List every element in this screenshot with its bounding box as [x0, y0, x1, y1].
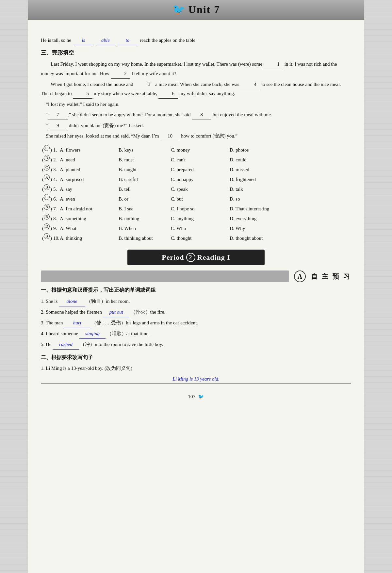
section2-heading: 二、根据要求改写句子	[41, 354, 351, 361]
period-banner: Period 2 Reading I	[127, 250, 265, 265]
choice-row-6: (C) 6. A. even B. or C. but D. so	[41, 194, 351, 204]
answer-circle-9: (D)	[41, 223, 53, 233]
choice-2a: A. need	[60, 155, 119, 165]
choice-1d: D. photos	[230, 145, 249, 155]
choice-1b: B. keys	[119, 145, 171, 155]
choice-3b: B. taught	[119, 165, 171, 174]
blank-8: 8	[192, 110, 211, 120]
intro-sentence: He is tall, so he is able to reach the a…	[41, 36, 351, 45]
rewrite-answer-1: Li Ming is 13 years old.	[41, 374, 351, 384]
choice-9c: C. Who	[171, 223, 230, 233]
choice-7b: B. I see	[119, 204, 171, 214]
choice-3a: A. planted	[60, 165, 119, 174]
answer-circle-7: (B)	[41, 204, 53, 214]
answer-alone: alone	[59, 296, 85, 306]
period-label: Period	[162, 253, 184, 262]
choice-8a: A. something	[60, 214, 119, 223]
passage-para4: “7,” she didn't seem to be angry with me…	[41, 110, 351, 120]
choice-3c: C. prepared	[171, 165, 230, 174]
choice-4a: A. surprised	[60, 174, 119, 184]
letter-B-5: B	[44, 184, 50, 190]
choice-row-7: (B) 7. A. I'm afraid not B. I see C. I h…	[41, 204, 351, 214]
passage-para6: She raised her eyes, looked at me and sa…	[41, 132, 351, 141]
choice-2d: D. could	[230, 155, 247, 165]
choice-row-5: (B) 5. A. say B. tell C. speak D. talk	[41, 184, 351, 194]
answer-singing: singing	[79, 329, 106, 339]
intro-prefix: He is tall, so he	[41, 38, 71, 43]
choice-row-1: (C) 1. A. flowers B. keys C. money D. ph…	[41, 145, 351, 155]
choice-row-8: (B) 8. A. something B. nothing C. anythi…	[41, 214, 351, 223]
period-banner-container: Period 2 Reading I	[41, 250, 351, 265]
blank-1: 1	[264, 60, 283, 69]
main-content: 🐦 Unit 7 He is tall, so he is able to re…	[28, 0, 364, 573]
answer-circle-1: (C)	[41, 145, 53, 155]
choice-8c: C. anything	[171, 214, 230, 223]
choice-10a: A. thinking	[60, 233, 119, 243]
letter-A-4: A	[44, 174, 50, 180]
choice-row-4: (A) 4. A. surprised B. careful C. unhapp…	[41, 174, 351, 184]
choice-1c: C. money	[171, 145, 230, 155]
choice-8d: D. everything	[230, 214, 256, 223]
header-bird-icon: 🐦	[172, 3, 185, 16]
blank-able: able	[96, 36, 115, 45]
choice-5c: C. speak	[171, 184, 230, 194]
letter-B-7: B	[44, 204, 50, 210]
answer-circle-5: (B)	[41, 184, 53, 194]
content-area: He is tall, so he is able to reach the a…	[28, 20, 364, 419]
choice-row-2: (D) 2. A. need B. must C. can't D. could	[41, 155, 351, 165]
passage-para2: When I got home, I cleaned the house and…	[41, 80, 351, 99]
blank-3: 3	[135, 80, 154, 90]
letter-C-1: C	[44, 145, 50, 151]
fill-item-3: 3. The man hurt （使……受伤）his legs and arms…	[41, 318, 351, 328]
letter-D-2: D	[44, 155, 50, 161]
choice-6d: D. so	[230, 194, 240, 204]
choice-4b: B. careful	[119, 174, 171, 184]
letter-C-6: C	[44, 194, 50, 200]
choice-row-9: (D) 9. A. What B. When C. Who D. Why	[41, 223, 351, 233]
self-study-bar	[41, 270, 289, 282]
page-number-area: 107 🐦	[41, 394, 351, 406]
choice-2b: B. must	[119, 155, 171, 165]
choice-9d: D. Why	[230, 223, 245, 233]
answer-circle-3: (C)	[41, 165, 53, 174]
choice-7d: D. That's interesting	[230, 204, 269, 214]
choice-6a: A. even	[60, 194, 119, 204]
letter-B-10: B	[44, 233, 50, 239]
passage-para1: Last Friday, I went shopping on my way h…	[41, 60, 351, 79]
choice-5a: A. say	[60, 184, 119, 194]
choice-4d: D. frightened	[230, 174, 256, 184]
period-number: 2	[186, 253, 195, 262]
fill-item-2: 2. Someone helped the firemen put out （扑…	[41, 307, 351, 317]
answer-hurt: hurt	[64, 318, 90, 328]
choice-10c: C. thought	[171, 233, 230, 243]
fill-item-4: 4. I heard someone singing （唱歌）at that t…	[41, 329, 351, 339]
answer-put-out: put out	[103, 307, 129, 317]
passage-para3: “I lost my wallet,” I said to her again.	[41, 100, 351, 109]
rewrite-item-1: 1. Li Ming is a 13-year-old boy. (改为同义句)…	[41, 364, 351, 384]
blank-7: 7	[48, 110, 68, 120]
blank-6: 6	[158, 89, 178, 99]
choice-9b: B. When	[119, 223, 171, 233]
choices-section: (C) 1. A. flowers B. keys C. money D. ph…	[41, 145, 351, 243]
left-sidebar	[0, 0, 28, 573]
blank-to: to	[118, 36, 137, 45]
section1-heading: 一、根据句意和汉语提示，写出正确的单词或词组	[41, 287, 351, 294]
choice-3d: D. missed	[230, 165, 249, 174]
choice-6b: B. or	[119, 194, 171, 204]
fill-item-5: 5. He rushed （冲）into the room to save th…	[41, 339, 351, 350]
self-study-label: 自 主 预 习	[311, 272, 351, 281]
choice-7c: C. I hope so	[171, 204, 230, 214]
blank-is: is	[74, 36, 93, 45]
choice-2c: C. can't	[171, 155, 230, 165]
choice-10b: B. thinking about	[119, 233, 171, 243]
answer-circle-6: (C)	[41, 194, 53, 204]
self-study-row: A 自 主 预 习	[41, 270, 351, 282]
letter-B-8: B	[44, 214, 50, 220]
letter-C-3: C	[44, 165, 50, 171]
blank-9: 9	[48, 121, 68, 131]
intro-suffix: reach the apples on the table.	[140, 38, 197, 43]
right-sidebar	[364, 0, 392, 573]
blank-4: 4	[240, 80, 260, 90]
answer-circle-2: (D)	[41, 155, 53, 165]
blank-5: 5	[73, 89, 92, 99]
